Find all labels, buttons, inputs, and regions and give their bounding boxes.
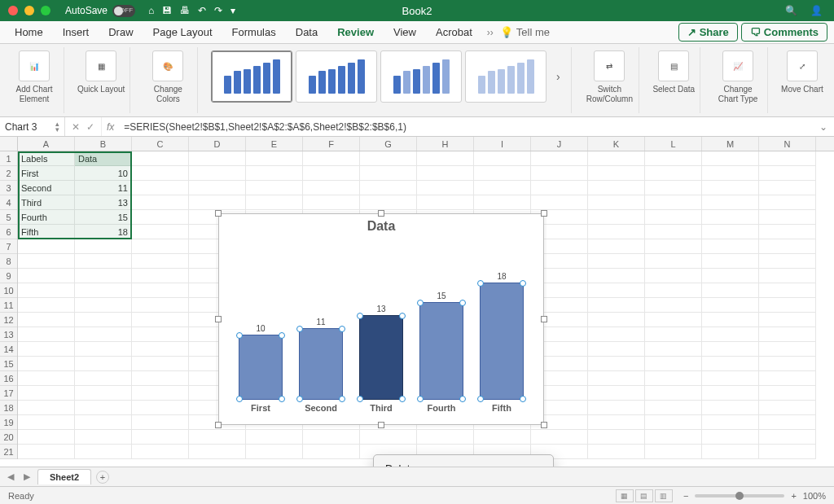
ribbon-tab-draw[interactable]: Draw	[100, 23, 141, 42]
minimize-window-icon[interactable]	[24, 6, 34, 15]
cell[interactable]	[75, 254, 132, 269]
chart-bar[interactable]	[299, 328, 343, 400]
cell[interactable]	[645, 445, 702, 459]
data-label[interactable]: 15	[437, 291, 446, 300]
cell[interactable]	[759, 195, 816, 210]
cell[interactable]	[132, 195, 189, 210]
cell[interactable]	[75, 445, 132, 459]
comments-button[interactable]: 🗨 Comments	[741, 23, 827, 42]
cell[interactable]: 10	[75, 166, 132, 181]
cell[interactable]: Labels	[18, 151, 75, 166]
sheet-tab[interactable]: Sheet2	[37, 469, 91, 484]
chart-style-thumb[interactable]	[380, 50, 462, 103]
cell[interactable]	[645, 386, 702, 401]
cell[interactable]	[417, 181, 474, 195]
ribbon-tab-review[interactable]: Review	[329, 23, 382, 42]
cell[interactable]	[588, 181, 645, 195]
cell[interactable]	[132, 371, 189, 386]
chart-style-thumb[interactable]	[211, 50, 292, 103]
cell[interactable]	[360, 166, 417, 181]
cell[interactable]	[588, 298, 645, 313]
close-window-icon[interactable]	[8, 6, 18, 15]
cell[interactable]	[18, 254, 75, 269]
cell[interactable]	[246, 430, 303, 445]
cell[interactable]	[132, 445, 189, 459]
cell[interactable]	[588, 415, 645, 430]
cell[interactable]	[132, 151, 189, 166]
row-header[interactable]: 17	[0, 386, 17, 401]
column-header[interactable]: L	[645, 137, 702, 151]
row-header[interactable]: 18	[0, 401, 17, 415]
cell[interactable]	[759, 357, 816, 371]
cell[interactable]	[18, 283, 75, 298]
column-header[interactable]: I	[474, 137, 531, 151]
save-icon[interactable]: 💾︎	[162, 5, 172, 16]
sheet-nav-prev-icon[interactable]: ◀	[5, 471, 16, 482]
change-colors-button[interactable]: 🎨 Change Colors	[138, 47, 198, 113]
cell[interactable]	[702, 166, 759, 181]
cell[interactable]	[588, 430, 645, 445]
row-header[interactable]: 4	[0, 195, 17, 210]
cell[interactable]	[588, 313, 645, 327]
formula-input[interactable]: =SERIES(Sheet2!$B$1,Sheet2!$A$2:$A$6,She…	[119, 121, 813, 133]
cell[interactable]: First	[18, 166, 75, 181]
cell[interactable]	[360, 195, 417, 210]
ribbon-tab-acrobat[interactable]: Acrobat	[428, 23, 481, 42]
cell[interactable]	[588, 151, 645, 166]
row-header[interactable]: 1	[0, 151, 17, 166]
expand-formula-icon[interactable]: ⌄	[813, 121, 834, 133]
resize-handle[interactable]	[541, 210, 547, 217]
cell[interactable]	[759, 181, 816, 195]
cell[interactable]	[18, 386, 75, 401]
cell[interactable]	[759, 239, 816, 254]
cell[interactable]	[702, 415, 759, 430]
cell[interactable]	[18, 239, 75, 254]
cell[interactable]	[759, 327, 816, 342]
cell[interactable]: Second	[18, 181, 75, 195]
resize-handle[interactable]	[215, 210, 222, 217]
cell[interactable]	[18, 401, 75, 415]
account-icon[interactable]: 👤	[810, 5, 823, 16]
cell[interactable]	[303, 195, 360, 210]
cell[interactable]	[588, 210, 645, 225]
cell[interactable]	[702, 430, 759, 445]
cancel-icon[interactable]: ✕	[72, 121, 80, 133]
change-chart-type-button[interactable]: 📈 Change Chart Type	[709, 47, 768, 113]
ribbon-tab-page-layout[interactable]: Page Layout	[145, 23, 221, 42]
enter-icon[interactable]: ✓	[86, 121, 94, 133]
cell[interactable]	[132, 357, 189, 371]
cell[interactable]	[702, 386, 759, 401]
cell[interactable]	[702, 401, 759, 415]
cell[interactable]	[588, 166, 645, 181]
cell[interactable]	[702, 195, 759, 210]
context-menu-item[interactable]: Delete	[374, 458, 553, 467]
row-header[interactable]: 10	[0, 283, 17, 298]
cell[interactable]	[189, 195, 246, 210]
cell[interactable]	[588, 225, 645, 239]
cell[interactable]	[702, 210, 759, 225]
more-tabs-icon[interactable]: ››	[484, 27, 497, 38]
zoom-out-button[interactable]: −	[683, 491, 688, 501]
chart-title[interactable]: Data	[219, 214, 543, 234]
cell[interactable]	[702, 151, 759, 166]
cell[interactable]	[759, 225, 816, 239]
cell[interactable]	[759, 166, 816, 181]
autosave-toggle[interactable]: AutoSave OFF	[65, 5, 135, 17]
cell[interactable]	[702, 225, 759, 239]
cell[interactable]	[759, 415, 816, 430]
cell[interactable]: 18	[75, 225, 132, 239]
switch-row-column-button[interactable]: ⇄ Switch Row/Column	[580, 47, 639, 113]
cell[interactable]	[588, 269, 645, 283]
cell[interactable]: 13	[75, 195, 132, 210]
cell[interactable]	[759, 313, 816, 327]
cell[interactable]	[360, 151, 417, 166]
fx-icon[interactable]: fx	[102, 121, 119, 133]
cell[interactable]	[18, 445, 75, 459]
row-header[interactable]: 8	[0, 254, 17, 269]
row-headers[interactable]: 123456789101112131415161718192021	[0, 151, 18, 459]
cell[interactable]	[303, 151, 360, 166]
cell[interactable]	[189, 181, 246, 195]
column-header[interactable]: M	[702, 137, 759, 151]
add-chart-element-button[interactable]: 📊 Add Chart Element	[5, 47, 64, 113]
row-header[interactable]: 5	[0, 210, 17, 225]
